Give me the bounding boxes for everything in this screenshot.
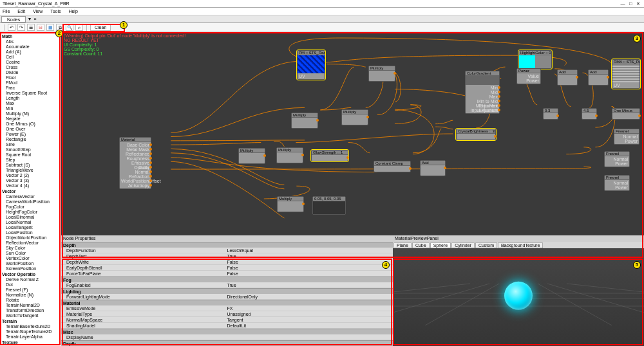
palette-item[interactable]: FogColor	[2, 205, 59, 210]
palette-item[interactable]: LocalPosition	[2, 230, 59, 235]
preview-tab[interactable]: Plane	[393, 242, 412, 248]
clean-button[interactable]: Clean	[90, 24, 111, 31]
toolbar-undo[interactable]: ↶	[8, 24, 15, 31]
node-graph[interactable]: (Warning) Output pin 'Out' of node 'Mult…	[61, 32, 644, 235]
node-multiply[interactable]: Multiply	[291, 113, 318, 129]
node-multiply[interactable]: Multiply	[341, 109, 368, 125]
palette-item[interactable]: WorldPosition	[2, 261, 59, 266]
palette-item[interactable]: Divide	[2, 70, 59, 75]
toolbar-copy-icon[interactable]: ⧉	[56, 24, 64, 31]
node-properties[interactable]: Node Properties DepthDepthFunctionLessOr…	[61, 235, 393, 346]
node-pm-texture[interactable]: PM :: STS_Raanaar_Lamp_Crys...UV	[297, 50, 325, 80]
palette-item[interactable]: Max	[2, 101, 59, 106]
property-section[interactable]: Misc	[61, 329, 393, 334]
palette-item[interactable]: Rectangle	[2, 137, 59, 142]
property-section[interactable]: Depth	[61, 340, 393, 346]
node-material[interactable]: Material Base ColorMetal MaskReflectance…	[119, 137, 151, 189]
tab-dropdown-icon[interactable]: ▾	[28, 16, 31, 22]
toolbar-search-icon[interactable]: ⌕	[75, 24, 83, 31]
node-glowstrength[interactable]: GlowStrength :: 1	[311, 150, 348, 161]
palette-item[interactable]: Abs	[2, 39, 59, 44]
palette-item[interactable]: Square Root	[2, 152, 59, 158]
toolbar-list-icon[interactable]: ☰	[27, 24, 35, 31]
menu-help[interactable]: Help	[68, 9, 77, 14]
node-power[interactable]: PowerValuePower	[516, 68, 541, 84]
node-add[interactable]: Add	[420, 160, 446, 176]
palette-item[interactable]: LocalNormal	[2, 220, 59, 225]
property-row[interactable]: ShadingModelDefaultLit	[61, 323, 393, 329]
node-colorgradient[interactable]: ColorGradient MinMidMaxMin to Mid Expone…	[465, 71, 500, 114]
palette-item[interactable]: Sun Color	[2, 251, 59, 256]
palette-item[interactable]: TerrainSlopeTexture2D	[2, 329, 59, 334]
property-row[interactable]: FogEnabledTrue	[61, 282, 393, 288]
node-multiply[interactable]: Multiply	[277, 196, 304, 212]
node-add[interactable]: Add	[588, 69, 609, 86]
palette-item[interactable]: Subtract (S)	[2, 163, 59, 168]
palette-item[interactable]: TerrainBaseTexture2D	[2, 324, 59, 329]
palette-item[interactable]: Rotate	[2, 298, 59, 303]
palette-item[interactable]: Normalize (N)	[2, 293, 59, 298]
palette-item[interactable]: Min	[2, 106, 59, 111]
palette-item[interactable]: One Minus (O)	[2, 122, 59, 127]
palette-item[interactable]: TerrainLayerAlpha	[2, 334, 59, 340]
palette-item[interactable]: SmoothStep	[2, 147, 59, 152]
palette-item[interactable]: Negate	[2, 116, 59, 122]
node-fresnel[interactable]: FresnelNormalPower	[614, 129, 639, 145]
node-palette[interactable]: MathAbsAccumulateAdd (A)CeilCosineCrossD…	[0, 32, 61, 346]
property-section[interactable]: Lighting	[61, 288, 393, 294]
palette-item[interactable]: Step	[2, 158, 59, 163]
toolbar-redo[interactable]: ↷	[17, 24, 25, 31]
palette-item[interactable]: Sky Color	[2, 246, 59, 251]
property-row[interactable]: DepthFunctionLessOrEqual	[61, 248, 393, 253]
node-add[interactable]: Add	[557, 69, 578, 86]
node-const45[interactable]: 4.5	[582, 108, 597, 120]
palette-item[interactable]: LocalBinormal	[2, 215, 59, 220]
property-section[interactable]: Fog	[61, 277, 393, 282]
preview-tab[interactable]: BackgroundTexture	[498, 242, 543, 248]
palette-item[interactable]: Power (E)	[2, 132, 59, 137]
node-highlightcolor[interactable]: HighlightColor :: 0.0277526...	[518, 50, 552, 69]
palette-item[interactable]: Floor	[2, 75, 59, 80]
node-rma-texture[interactable]: RMA :: STS_Raanaar_Lamp_Crys...UV	[612, 59, 640, 89]
palette-item[interactable]: HeightFogColor	[2, 210, 59, 215]
palette-item[interactable]: Add (A)	[2, 50, 59, 55]
node-multiply[interactable]: Multiply	[276, 147, 303, 163]
palette-item[interactable]: One Over	[2, 127, 59, 132]
palette-item[interactable]: WorldToTangent	[2, 313, 59, 318]
palette-item[interactable]: LocalTangent	[2, 225, 59, 230]
property-section[interactable]: Depth	[61, 242, 393, 248]
palette-item[interactable]: Vector 4 (4)	[2, 183, 59, 188]
maximize-button[interactable]: □	[627, 0, 634, 8]
palette-item[interactable]: CameraWorldPosition	[2, 199, 59, 205]
node-multiply[interactable]: Multiply	[368, 66, 395, 82]
palette-item[interactable]: ReflectionVector	[2, 241, 59, 246]
property-row[interactable]: ForwardLightingModeDirectionalOnly	[61, 294, 393, 300]
palette-item[interactable]: Inverse Square Root	[2, 91, 59, 96]
palette-item[interactable]: Vector 2 (2)	[2, 173, 59, 178]
palette-item[interactable]: Multiply (M)	[2, 111, 59, 116]
property-row[interactable]: DepthWriteFalse	[61, 259, 393, 265]
node-constantclamp[interactable]: Constant Clamp	[374, 161, 411, 172]
toolbar-layout-icon[interactable]: ▦	[46, 24, 54, 31]
property-row[interactable]: MaterialTypeUnassigned	[61, 311, 393, 317]
palette-item[interactable]: Sine	[2, 142, 59, 147]
palette-item[interactable]: ScreenPosition	[2, 266, 59, 271]
preview-tab[interactable]: Sphere	[430, 242, 451, 248]
menu-edit[interactable]: Edit	[17, 9, 25, 14]
preview-tab[interactable]: Cube	[412, 242, 430, 248]
property-row[interactable]: ForceToFarPlaneFalse	[61, 271, 393, 277]
menu-file[interactable]: File	[3, 9, 10, 14]
tab-nodes[interactable]: Nodes	[1, 16, 26, 23]
palette-item[interactable]: Length	[2, 96, 59, 101]
node-fresnel[interactable]: FresnelNormalPower	[604, 175, 630, 191]
palette-item[interactable]: Cross	[2, 65, 59, 70]
palette-item[interactable]: TriangleWave	[2, 168, 59, 173]
property-row[interactable]: EarlyDepthStencilFalse	[61, 265, 393, 271]
node-const005[interactable]: 0.05, 0.05, 0.05	[312, 196, 346, 215]
palette-item[interactable]: FMod	[2, 80, 59, 86]
palette-item[interactable]: Dot	[2, 282, 59, 287]
node-multiply[interactable]: Multiply	[238, 148, 265, 164]
property-section[interactable]: Material	[61, 300, 393, 305]
palette-item[interactable]: Fresnel (F)	[2, 287, 59, 293]
node-const03[interactable]: 0.3	[543, 108, 558, 120]
